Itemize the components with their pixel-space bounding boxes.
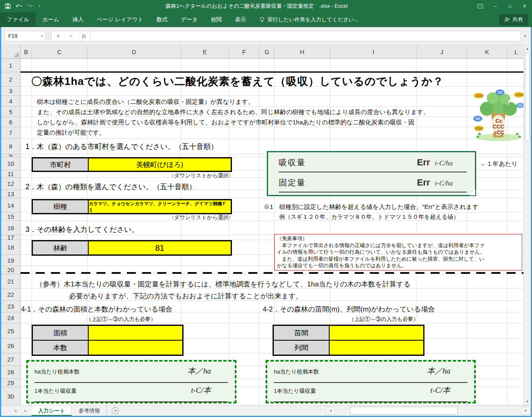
row-header[interactable]: 18 (1, 240, 20, 255)
undo-button[interactable]: ↶▾ (16, 3, 22, 9)
select-all-corner[interactable] (1, 45, 21, 58)
row-header[interactable]: 15 (1, 213, 20, 221)
enter-icon[interactable]: ✓ (69, 33, 73, 39)
close-button[interactable]: ✕ (517, 0, 532, 12)
row-header[interactable]: 22 (1, 289, 20, 301)
scroll-left-icon[interactable]: ◄ (326, 407, 335, 415)
row-header[interactable]: 30 (1, 387, 20, 405)
column-header[interactable]: E (181, 45, 229, 58)
row-header[interactable]: 20 (1, 266, 20, 274)
calc-row: ha当たり植栽本数 本／ha (274, 366, 468, 383)
row-header[interactable]: 14 (1, 198, 20, 213)
row-header[interactable]: 29 (1, 379, 20, 387)
column-header-row: B C D E F G H (1, 45, 523, 59)
scroll-up-icon[interactable]: ▲ (524, 45, 531, 52)
row-header[interactable]: 17 (1, 235, 20, 240)
ribbon-tab[interactable]: 表示 (229, 12, 253, 27)
vertical-scrollbar[interactable]: ▲ ▼ (523, 45, 531, 405)
column-header[interactable]: B (21, 45, 32, 58)
row-header[interactable]: 25 (1, 323, 20, 339)
row-header[interactable]: 16 (1, 221, 20, 235)
formula-input[interactable] (91, 31, 521, 41)
forest-age-value-cell[interactable]: 81 (89, 241, 231, 254)
row-header[interactable]: 10 (1, 157, 20, 170)
row-header[interactable]: 19 (1, 255, 20, 266)
row-value-cell[interactable] (330, 341, 423, 355)
row-header[interactable]: 4 (1, 96, 20, 107)
sheet-canvas[interactable]: 〇森林1haでは、どのくらい二酸化炭素を蓄えて（吸収）しているのでしょうか？ 樹… (21, 59, 523, 405)
grid-body: 1 2 3 4 5 6 7 (1, 59, 523, 405)
ribbon-tab[interactable]: 校閲 (204, 12, 229, 27)
row-header[interactable]: 1 (1, 59, 20, 72)
name-box-dropdown-icon[interactable]: ▾ (41, 34, 45, 38)
undo-icon: ↶ (16, 3, 21, 9)
row-value-cell[interactable] (330, 326, 423, 340)
horizontal-scroll-thumb[interactable] (350, 407, 458, 415)
insert-function-icon[interactable]: fx (82, 33, 86, 39)
redo-dropdown-icon[interactable]: ▾ (32, 5, 34, 8)
redo-button[interactable]: ↷▾ (27, 3, 34, 9)
row-header[interactable]: 24 (1, 312, 20, 323)
save-icon[interactable] (5, 3, 11, 9)
ribbon: ファイル ホーム 挿入 ページ レイアウト 数式 データ 校閲 表示 実行したい… (0, 12, 532, 27)
row-value-cell[interactable] (89, 341, 182, 355)
next-sheet-icon[interactable]: ► (24, 409, 28, 413)
scroll-down-icon[interactable]: ▼ (524, 398, 531, 405)
row-header[interactable]: 27 (1, 353, 20, 366)
ribbon-tab[interactable]: データ (174, 12, 204, 27)
result-box[interactable]: 吸収量 Err t-C/ha 固定量 Err (267, 151, 476, 196)
horizontal-scrollbar[interactable] (336, 407, 520, 415)
row-header[interactable]: 23 (1, 301, 20, 312)
row-header[interactable]: 26 (1, 339, 20, 353)
row-headers: 1 2 3 4 5 6 7 (1, 59, 21, 405)
ribbon-tab[interactable]: 挿入 (66, 12, 90, 27)
tell-me-box[interactable]: 実行したい作業を入力してください... (259, 16, 359, 23)
calc-row: 1本当たり吸収量 t-C/本 (274, 385, 468, 402)
ribbon-tab[interactable]: 数式 (150, 12, 174, 27)
column-header[interactable]: H (275, 45, 330, 58)
sheet-tab[interactable]: 参考情報 (72, 406, 107, 416)
column-header[interactable]: C (32, 45, 87, 58)
species-value-cell[interactable]: カラマツ、チョウセンカラマツ、クリーンラーチ、グイマツ雑種Ｆ１ (89, 200, 231, 213)
row-header[interactable]: 21 (1, 274, 20, 289)
calc-box-left[interactable]: ha当たり植栽本数 本／ha 1本当たり吸収量 t-C/本 (26, 360, 236, 403)
minimize-button[interactable]: ─ (488, 0, 502, 12)
column-header[interactable]: F (229, 45, 259, 58)
row-header[interactable]: 12 (1, 178, 20, 190)
municipality-value-cell[interactable]: 美幌町(びほろ) (89, 158, 231, 171)
cancel-icon[interactable]: ✕ (56, 33, 60, 39)
row-header[interactable]: 2 (1, 72, 20, 87)
sheet-tab[interactable]: 入力シート (32, 406, 72, 416)
column-header[interactable]: I (330, 45, 417, 58)
column-header[interactable]: K (467, 45, 507, 58)
row-header[interactable]: 9 (1, 154, 20, 157)
ribbon-tab[interactable]: ファイル (0, 12, 36, 27)
new-sheet-button[interactable]: + (112, 407, 119, 415)
row-header[interactable]: 5 (1, 107, 20, 117)
name-box[interactable]: F19 ▾ (5, 31, 46, 41)
row-header[interactable]: 7 (1, 127, 20, 139)
formula-bar-expand-icon[interactable]: ▼ (521, 34, 529, 38)
prev-sheet-icon[interactable]: ◄ (14, 409, 17, 413)
column-header[interactable]: J (417, 45, 467, 58)
row-header[interactable]: 6 (1, 117, 20, 127)
row-header[interactable]: 3 (1, 87, 20, 96)
column-header[interactable]: D (87, 45, 181, 58)
row-header[interactable]: 11 (1, 170, 20, 178)
ribbon-display-options-button[interactable] (473, 0, 488, 12)
calc-box-right[interactable]: ha当たり植栽本数 本／ha 1本当たり吸収量 t-C/本 (266, 360, 476, 403)
column-header[interactable]: G (259, 45, 275, 58)
share-button[interactable]: 共有 (499, 14, 528, 25)
row-value-cell[interactable] (89, 326, 182, 340)
row-header[interactable]: 13 (1, 190, 20, 198)
undo-dropdown-icon[interactable]: ▾ (21, 5, 23, 8)
ribbon-tab[interactable]: ページ レイアウト (90, 12, 150, 27)
scroll-right-icon[interactable]: ► (521, 407, 530, 415)
vertical-scroll-thumb[interactable] (525, 53, 530, 141)
ribbon-tab[interactable]: ホーム (36, 12, 66, 27)
row-header[interactable]: 28 (1, 366, 20, 379)
column-header[interactable]: L (507, 45, 523, 58)
tabbar-resize-handle[interactable]: ⋮ (316, 406, 326, 416)
maximize-button[interactable]: □ (502, 0, 517, 12)
row-header[interactable]: 8 (1, 139, 20, 154)
